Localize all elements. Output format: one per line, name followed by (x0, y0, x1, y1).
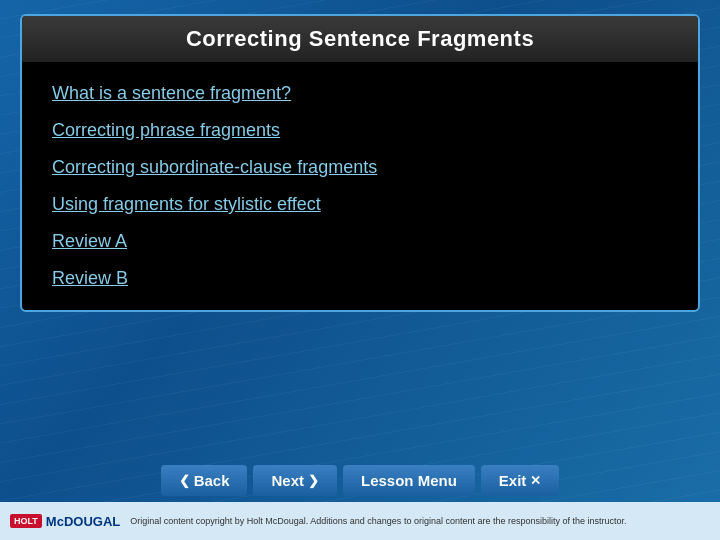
back-button[interactable]: ❮ Back (161, 465, 248, 496)
link-phrase-fragments[interactable]: Correcting phrase fragments (52, 117, 668, 144)
holt-logo-box: HOLT (10, 514, 42, 529)
content-card: Correcting Sentence Fragments What is a … (20, 14, 700, 312)
link-what-is-fragment[interactable]: What is a sentence fragment? (52, 80, 668, 107)
card-title-bar: Correcting Sentence Fragments (22, 16, 698, 62)
footer-copyright: Original content copyright by Holt McDou… (130, 516, 710, 526)
back-button-label: Back (194, 472, 230, 489)
mcdougal-text: McDOUGAL (46, 514, 120, 529)
link-review-a[interactable]: Review A (52, 228, 668, 255)
exit-x-icon: ✕ (530, 473, 541, 488)
nav-buttons-row: ❮ Back Next ❯ Lesson Menu Exit ✕ (0, 457, 720, 502)
link-subordinate-clause[interactable]: Correcting subordinate-clause fragments (52, 154, 668, 181)
next-button-label: Next (271, 472, 304, 489)
main-container: Correcting Sentence Fragments What is a … (0, 0, 720, 540)
lesson-menu-button[interactable]: Lesson Menu (343, 465, 475, 496)
next-button[interactable]: Next ❯ (253, 465, 337, 496)
next-chevron-icon: ❯ (308, 473, 319, 488)
link-review-b[interactable]: Review B (52, 265, 668, 292)
lesson-menu-label: Lesson Menu (361, 472, 457, 489)
back-chevron-icon: ❮ (179, 473, 190, 488)
holt-logo: HOLT McDOUGAL (10, 514, 120, 529)
footer-bar: HOLT McDOUGAL Original content copyright… (0, 502, 720, 540)
bottom-bar: ❮ Back Next ❯ Lesson Menu Exit ✕ HOLT Mc… (0, 457, 720, 540)
nav-links-list: What is a sentence fragment? Correcting … (22, 80, 698, 292)
exit-button[interactable]: Exit ✕ (481, 465, 560, 496)
exit-button-label: Exit (499, 472, 527, 489)
holt-brand-line1: HOLT (14, 516, 38, 527)
link-stylistic-effect[interactable]: Using fragments for stylistic effect (52, 191, 668, 218)
page-title: Correcting Sentence Fragments (186, 26, 534, 51)
